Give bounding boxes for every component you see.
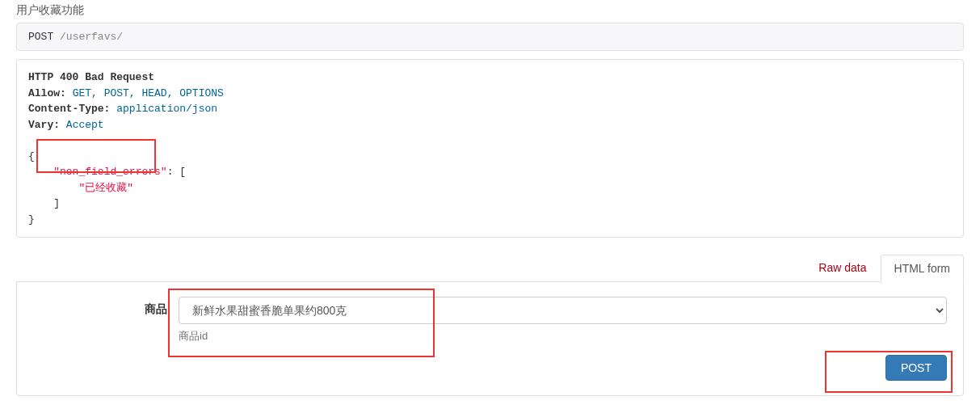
submit-button[interactable]: POST (885, 355, 947, 381)
request-panel: POST /userfavs/ (16, 23, 964, 51)
tab-html-form[interactable]: HTML form (881, 255, 964, 282)
vary-value: Accept (66, 119, 104, 131)
goods-label: 商品 (33, 297, 179, 317)
tab-raw-data[interactable]: Raw data (805, 254, 880, 281)
content-type-label: Content-Type: (28, 103, 110, 115)
response-panel: HTTP 400 Bad Request Allow: GET, POST, H… (16, 59, 964, 238)
error-value: "已经收藏" (78, 182, 133, 194)
error-key: "non_field_errors" (53, 166, 166, 178)
goods-select[interactable]: 新鲜水果甜蜜香脆单果约800克 (179, 297, 947, 324)
request-method: POST (28, 31, 53, 43)
request-path: /userfavs/ (60, 31, 123, 43)
content-type-value: application/json (116, 103, 217, 115)
form-panel: 商品 新鲜水果甜蜜香脆单果约800克 商品id POST (16, 281, 964, 396)
tabs-bar: Raw data HTML form (16, 254, 964, 281)
allow-value: GET, POST, HEAD, OPTIONS (73, 87, 224, 99)
goods-help-text: 商品id (179, 329, 947, 344)
allow-label: Allow: (28, 87, 66, 99)
page-title: 用户收藏功能 (16, 3, 964, 18)
response-status: HTTP 400 Bad Request (28, 71, 154, 83)
vary-label: Vary: (28, 119, 60, 131)
